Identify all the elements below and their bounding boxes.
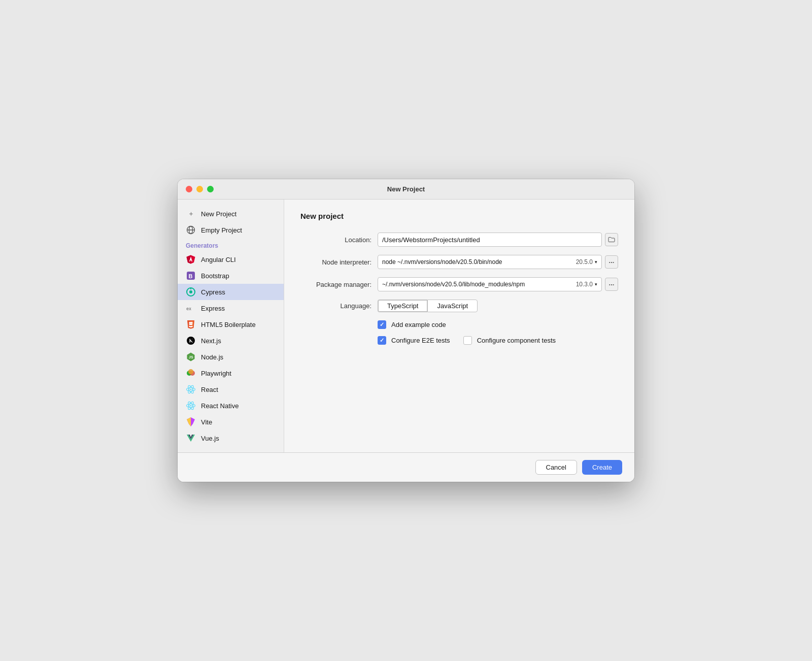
sidebar-item-label: Empty Project [201,226,242,234]
chevron-down-icon: ▾ [595,259,597,265]
sidebar-item-label: Express [201,305,225,312]
package-manager-label: Package manager: [300,281,371,288]
sidebar-item-empty-project[interactable]: Empty Project [178,222,284,238]
svg-text:JS: JS [189,355,193,359]
maximize-button[interactable] [207,186,214,192]
sidebar-item-express[interactable]: ex Express [178,300,284,316]
svg-rect-6 [190,259,191,260]
sidebar-item-label: HTML5 Boilerplate [201,321,256,328]
location-input[interactable] [378,233,602,247]
plus-icon: ＋ [186,209,196,219]
window-controls [186,186,214,192]
svg-point-26 [190,389,192,390]
location-label: Location: [300,236,371,244]
sidebar-item-label: Bootstrap [201,272,229,280]
react-native-icon [186,401,196,411]
svg-point-10 [189,290,192,293]
sidebar-item-label: Angular CLI [201,256,236,263]
sidebar-item-label: Node.js [201,353,223,361]
add-example-code-label: Add example code [391,321,446,328]
configure-tests-row: Configure E2E tests Configure component … [300,336,618,345]
sidebar-item-vite[interactable]: Vite [178,414,284,430]
svg-text:ex: ex [186,306,191,311]
section-title: New project [300,212,618,220]
cancel-button[interactable]: Cancel [535,460,577,475]
sidebar-item-cypress[interactable]: Cypress [178,284,284,300]
vuejs-icon [186,433,196,443]
express-icon: ex [186,303,196,313]
node-interpreter-control: node ~/.nvm/versions/node/v20.5.0/bin/no… [378,255,618,269]
node-interpreter-dropdown[interactable]: node ~/.nvm/versions/node/v20.5.0/bin/no… [378,255,602,269]
dialog-title: New Project [387,185,425,193]
package-manager-dropdown[interactable]: ~/.nvm/versions/node/v20.5.0/lib/node_mo… [378,277,602,291]
dialog-footer: Cancel Create [178,452,634,482]
node-interpreter-path: node ~/.nvm/versions/node/v20.5.0/bin/no… [382,258,502,266]
sidebar-item-bootstrap[interactable]: B Bootstrap [178,268,284,284]
sidebar-item-label: React Native [201,402,239,410]
svg-rect-16 [189,322,193,323]
language-row: Language: TypeScript JavaScript [300,300,618,312]
sidebar-item-react[interactable]: React [178,381,284,398]
generators-section-label: Generators [178,238,284,251]
cypress-icon [186,287,196,297]
configure-e2e-checkbox[interactable] [378,336,386,345]
globe-icon [186,225,196,235]
vite-icon [186,417,196,427]
dialog-body: ＋ New Project Empty Project Generators [178,200,634,452]
sidebar-item-label: React [201,386,218,393]
playwright-icon [186,368,196,378]
sidebar: ＋ New Project Empty Project Generators [178,200,284,452]
angular-icon [186,254,196,265]
package-manager-path: ~/.nvm/versions/node/v20.5.0/lib/node_mo… [382,281,525,288]
add-example-code-checkbox[interactable] [378,320,386,329]
minimize-button[interactable] [196,186,203,192]
sidebar-item-playwright[interactable]: Playwright [178,365,284,381]
nodejs-icon: JS [186,352,196,362]
sidebar-item-new-project[interactable]: ＋ New Project [178,206,284,222]
sidebar-item-label: Cypress [201,288,225,296]
sidebar-item-html5[interactable]: HTML5 Boilerplate [178,316,284,333]
sidebar-item-label: Next.js [201,337,221,345]
chevron-down-icon: ▾ [595,282,597,287]
location-control [378,233,618,247]
sidebar-item-nodejs[interactable]: JS Node.js [178,349,284,365]
sidebar-item-label: Playwright [201,370,231,377]
node-version-badge: 20.5.0 [576,258,593,266]
sidebar-item-vuejs[interactable]: Vue.js [178,430,284,446]
titlebar: New Project [178,179,634,200]
sidebar-item-react-native[interactable]: React Native [178,398,284,414]
package-manager-control: ~/.nvm/versions/node/v20.5.0/lib/node_mo… [378,277,618,291]
configure-e2e-label: Configure E2E tests [391,337,450,344]
javascript-button[interactable]: JavaScript [427,300,478,312]
html5-icon [186,319,196,329]
sidebar-item-label: Vue.js [201,435,219,442]
configure-component-label: Configure component tests [477,337,556,344]
nextjs-icon [186,336,196,346]
sidebar-item-angular[interactable]: Angular CLI [178,251,284,268]
package-manager-row: Package manager: ~/.nvm/versions/node/v2… [300,277,618,291]
typescript-button[interactable]: TypeScript [378,300,427,312]
svg-text:B: B [189,273,193,279]
node-interpreter-row: Node interpreter: node ~/.nvm/versions/n… [300,255,618,269]
npm-version-badge: 10.3.0 [576,281,593,288]
language-label: Language: [300,302,371,310]
node-interpreter-label: Node interpreter: [300,258,371,266]
sidebar-item-nextjs[interactable]: Next.js [178,333,284,349]
package-manager-more-button[interactable]: ··· [605,278,618,291]
svg-point-30 [190,405,192,407]
create-button[interactable]: Create [582,460,622,475]
location-row: Location: [300,233,618,247]
language-control: TypeScript JavaScript [378,300,618,312]
svg-marker-32 [187,417,191,426]
main-content: New project Location: Node interpreter: [284,200,634,452]
sidebar-item-label: New Project [201,210,236,218]
new-project-dialog: New Project ＋ New Project Empty Project [178,179,634,482]
close-button[interactable] [186,186,192,192]
language-toggle: TypeScript JavaScript [378,300,478,312]
configure-component-checkbox[interactable] [463,336,472,345]
node-interpreter-more-button[interactable]: ··· [605,255,618,269]
add-example-code-row: Add example code [300,320,618,329]
react-icon [186,384,196,394]
svg-point-22 [188,369,193,374]
location-folder-button[interactable] [605,233,618,246]
